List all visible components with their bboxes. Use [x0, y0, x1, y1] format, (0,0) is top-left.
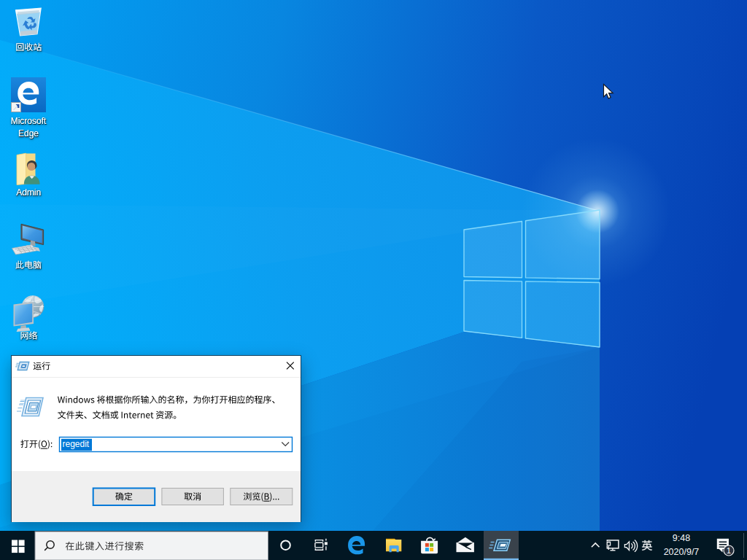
svg-text:regedit: regedit	[63, 439, 90, 449]
svg-text:Edge: Edge	[18, 128, 39, 139]
svg-text:Microsoft: Microsoft	[11, 116, 47, 126]
svg-text:2020/9/7: 2020/9/7	[664, 547, 700, 557]
svg-text:9:48: 9:48	[673, 533, 690, 543]
svg-text:1: 1	[727, 546, 731, 555]
svg-text:Admin: Admin	[16, 187, 41, 198]
